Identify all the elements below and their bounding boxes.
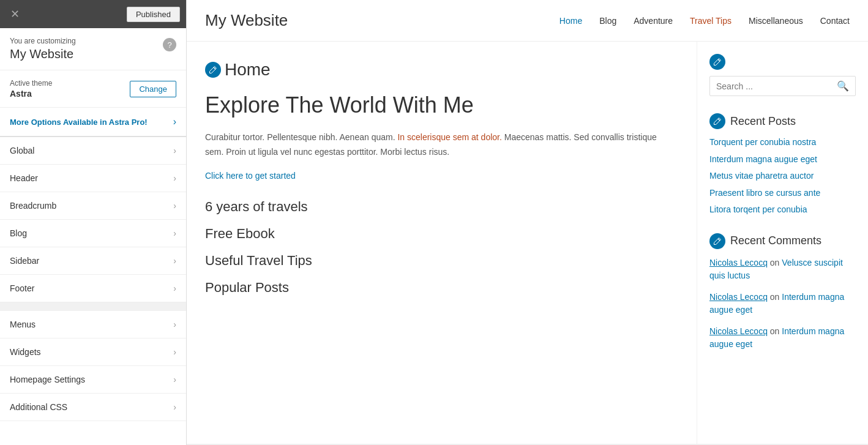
site-header: My Website HomeBlogAdventureTravel TipsM… bbox=[187, 0, 868, 42]
menu-item-blog[interactable]: Blog› bbox=[0, 220, 186, 247]
get-started-link[interactable]: Click here to get started bbox=[205, 171, 672, 181]
explore-heading: Explore The World With Me bbox=[205, 92, 672, 118]
menu-label-header: Header bbox=[10, 173, 38, 183]
search-widget-title-row bbox=[709, 54, 856, 70]
menu-item-homepage-settings[interactable]: Homepage Settings› bbox=[0, 366, 186, 394]
comment-author[interactable]: Nicolas Lecocq bbox=[709, 258, 768, 267]
nav-link-blog[interactable]: Blog bbox=[599, 16, 616, 26]
menu-label-menus: Menus bbox=[10, 320, 36, 329]
comment-on: on bbox=[770, 292, 780, 302]
menu-group-1: Global›Header›Breadcrumb›Blog›Sidebar›Fo… bbox=[0, 137, 186, 302]
menu-item-menus[interactable]: Menus› bbox=[0, 311, 186, 338]
theme-name: Astra bbox=[10, 89, 130, 99]
recent-post-link[interactable]: Metus vitae pharetra auctor bbox=[709, 170, 856, 182]
customizing-section: You are customizing My Website ? bbox=[0, 28, 186, 70]
menu-arrow-sidebar: › bbox=[173, 256, 176, 266]
menu-item-additional-css[interactable]: Additional CSS› bbox=[0, 394, 186, 421]
nav-link-home[interactable]: Home bbox=[559, 16, 582, 26]
search-input[interactable] bbox=[716, 81, 837, 91]
menu-arrow-blog: › bbox=[173, 228, 176, 238]
menu-label-homepage-settings: Homepage Settings bbox=[10, 375, 85, 384]
customizing-label: You are customizing bbox=[10, 37, 158, 45]
menu-arrow-additional-css: › bbox=[173, 402, 176, 412]
top-bar: ✕ Published bbox=[0, 0, 186, 28]
menu-arrow-header: › bbox=[173, 173, 176, 183]
menu-label-breadcrumb: Breadcrumb bbox=[10, 201, 56, 211]
comment-author[interactable]: Nicolas Lecocq bbox=[709, 292, 768, 302]
menu-item-footer[interactable]: Footer› bbox=[0, 275, 186, 302]
menu-item-global[interactable]: Global› bbox=[0, 137, 186, 165]
recent-posts-widget: Recent Posts Torquent per conubia nostra… bbox=[709, 113, 856, 216]
nav-link-contact[interactable]: Contact bbox=[820, 16, 850, 26]
recent-post-link[interactable]: Interdum magna augue eget bbox=[709, 154, 856, 166]
menu-arrow-widgets: › bbox=[173, 347, 176, 357]
menu-label-blog: Blog bbox=[10, 228, 27, 238]
recent-post-link[interactable]: Litora torqent per conubia bbox=[709, 204, 856, 216]
intro-normal1: Curabitur tortor. Pellentesque nibh. Aen… bbox=[205, 132, 397, 142]
menu-label-additional-css: Additional CSS bbox=[10, 402, 67, 412]
search-box: 🔍 bbox=[709, 76, 856, 96]
content-item: Useful Travel Tips bbox=[205, 253, 672, 269]
left-panel: ✕ Published You are customizing My Websi… bbox=[0, 0, 187, 445]
astra-pro-label: More Options Available in Astra Pro! bbox=[10, 118, 148, 127]
comment-on: on bbox=[770, 258, 780, 267]
intro-orange: In scelerisque sem at dolor. bbox=[397, 132, 501, 142]
content-column: Home Explore The World With Me Curabitur… bbox=[187, 42, 697, 444]
theme-info: Active theme Astra bbox=[10, 79, 130, 99]
recent-posts-title: Recent Posts bbox=[730, 115, 796, 128]
menu-item-widgets[interactable]: Widgets› bbox=[0, 338, 186, 366]
content-item: Free Ebook bbox=[205, 226, 672, 242]
close-button[interactable]: ✕ bbox=[6, 6, 23, 23]
comment-item: Nicolas Lecocq on Velusce suscipit quis … bbox=[709, 256, 856, 282]
site-name-label: My Website bbox=[10, 47, 158, 61]
site-title: My Website bbox=[205, 11, 288, 30]
menu-arrow-menus: › bbox=[173, 320, 176, 329]
recent-comments-title-row: Recent Comments bbox=[709, 233, 856, 249]
comment-author[interactable]: Nicolas Lecocq bbox=[709, 326, 768, 336]
home-title-row: Home bbox=[205, 60, 672, 80]
customizing-text: You are customizing My Website bbox=[10, 37, 158, 61]
search-submit-button[interactable]: 🔍 bbox=[837, 80, 849, 92]
intro-text: Curabitur tortor. Pellentesque nibh. Aen… bbox=[205, 130, 672, 160]
help-icon[interactable]: ? bbox=[163, 38, 176, 51]
right-content: My Website HomeBlogAdventureTravel TipsM… bbox=[187, 0, 868, 445]
recent-post-link[interactable]: Praesent libro se cursus ante bbox=[709, 187, 856, 200]
menu-group-2: Menus›Widgets›Homepage Settings›Addition… bbox=[0, 311, 186, 421]
main-area: Home Explore The World With Me Curabitur… bbox=[187, 42, 868, 444]
recent-comments-edit-icon[interactable] bbox=[709, 233, 725, 249]
recent-posts-title-row: Recent Posts bbox=[709, 113, 856, 129]
menu-label-widgets: Widgets bbox=[10, 347, 41, 357]
astra-pro-banner[interactable]: More Options Available in Astra Pro! › bbox=[0, 108, 186, 137]
sidebar-column: 🔍 Recent Posts Torquent per conubia nost… bbox=[697, 42, 868, 444]
content-items: 6 years of travelsFree EbookUseful Trave… bbox=[205, 199, 672, 296]
menu-label-footer: Footer bbox=[10, 283, 34, 293]
menu-item-breadcrumb[interactable]: Breadcrumb› bbox=[0, 192, 186, 220]
active-theme-label: Active theme bbox=[10, 79, 130, 88]
home-edit-icon[interactable] bbox=[205, 62, 221, 78]
astra-pro-arrow-icon: › bbox=[173, 116, 176, 127]
home-heading: Home bbox=[225, 60, 271, 80]
menu-arrow-footer: › bbox=[173, 283, 176, 293]
menu-item-sidebar[interactable]: Sidebar› bbox=[0, 247, 186, 275]
nav-link-miscellaneous[interactable]: Miscellaneous bbox=[749, 16, 803, 26]
content-item: 6 years of travels bbox=[205, 199, 672, 215]
comment-item: Nicolas Lecocq on Interdum magna augue e… bbox=[709, 325, 856, 351]
recent-posts-edit-icon[interactable] bbox=[709, 113, 725, 129]
menu-label-global: Global bbox=[10, 146, 34, 155]
nav-link-travel-tips[interactable]: Travel Tips bbox=[690, 16, 731, 26]
menu-item-header[interactable]: Header› bbox=[0, 165, 186, 192]
recent-comments-title: Recent Comments bbox=[730, 234, 821, 247]
published-button[interactable]: Published bbox=[127, 7, 180, 22]
site-nav: HomeBlogAdventureTravel TipsMiscellaneou… bbox=[559, 16, 850, 26]
nav-link-adventure[interactable]: Adventure bbox=[634, 16, 673, 26]
menu-separator bbox=[0, 302, 186, 311]
change-theme-button[interactable]: Change bbox=[130, 81, 176, 97]
comment-item: Nicolas Lecocq on Interdum magna augue e… bbox=[709, 291, 856, 316]
recent-comments-widget: Recent Comments Nicolas Lecocq on Velusc… bbox=[709, 233, 856, 351]
search-edit-icon[interactable] bbox=[709, 54, 725, 70]
recent-comments-list: Nicolas Lecocq on Velusce suscipit quis … bbox=[709, 256, 856, 351]
recent-post-link[interactable]: Torquent per conubia nostra bbox=[709, 136, 856, 149]
menu-arrow-homepage-settings: › bbox=[173, 375, 176, 384]
comment-on: on bbox=[770, 326, 780, 336]
theme-section: Active theme Astra Change bbox=[0, 70, 186, 108]
